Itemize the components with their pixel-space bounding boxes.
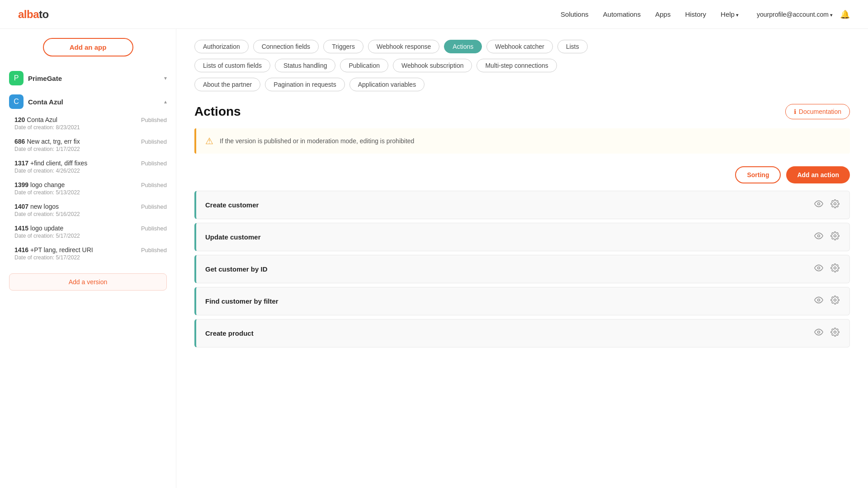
list-item[interactable]: Published 1416 +PT lang, redirect URI Da…: [0, 243, 176, 264]
table-row: Update customer: [194, 223, 850, 251]
tab-actions[interactable]: Actions: [444, 40, 482, 53]
svg-point-8: [818, 331, 820, 333]
documentation-button[interactable]: ℹ Documentation: [785, 104, 850, 119]
eye-icon[interactable]: [813, 198, 824, 211]
tab-row-2: Lists of custom fieldsStatus handlingPub…: [194, 59, 850, 72]
action-icons: [813, 198, 840, 211]
tab-webhook-catcher[interactable]: Webhook catcher: [486, 40, 553, 53]
version-number: 120: [14, 116, 25, 123]
action-icons: [813, 327, 840, 340]
tab-row-1: AuthorizationConnection fieldsTriggersWe…: [194, 40, 850, 53]
nav-history[interactable]: History: [685, 10, 706, 18]
nav-help[interactable]: Help: [721, 10, 739, 18]
app-layout: Add an app P PrimeGate ▾ C Conta Azul ▴ …: [0, 29, 868, 488]
svg-point-0: [818, 203, 820, 205]
tab-pagination-in-requests[interactable]: Pagination in requests: [265, 78, 345, 91]
action-name: Find customer by filter: [205, 297, 813, 305]
app-group-conta-azul: C Conta Azul ▴ Published 120 Conta Azul …: [0, 91, 176, 291]
version-status: Published: [141, 225, 167, 232]
add-app-button[interactable]: Add an app: [43, 38, 133, 56]
tab-publication[interactable]: Publication: [340, 59, 388, 72]
version-name: +PT lang, redirect URI: [30, 246, 93, 253]
list-item[interactable]: Published 120 Conta Azul Date of creatio…: [0, 113, 176, 134]
tab-authorization[interactable]: Authorization: [194, 40, 249, 53]
tab-triggers[interactable]: Triggers: [323, 40, 363, 53]
version-status: Published: [141, 138, 167, 145]
tab-multi-step-connections[interactable]: Multi-step connections: [476, 59, 557, 72]
list-item[interactable]: Published 1317 +find client, diff fixes …: [0, 156, 176, 178]
tab-connection-fields[interactable]: Connection fields: [253, 40, 319, 53]
list-item[interactable]: Published 1415 logo update Date of creat…: [0, 221, 176, 243]
warning-message: If the version is published or in modera…: [220, 137, 414, 145]
action-name: Get customer by ID: [205, 265, 813, 273]
version-date: Date of creation: 8/23/2021: [14, 124, 167, 131]
tab-about-the-partner[interactable]: About the partner: [194, 78, 260, 91]
nav-apps[interactable]: Apps: [655, 10, 670, 18]
version-status: Published: [141, 247, 167, 253]
main-nav: Solutions Automations Apps History Help: [561, 10, 739, 18]
tab-application-variables[interactable]: Application variables: [349, 78, 425, 91]
action-name: Create customer: [205, 201, 813, 209]
eye-icon[interactable]: [813, 295, 824, 308]
version-date: Date of creation: 5/17/2022: [14, 254, 167, 261]
add-action-button[interactable]: Add an action: [786, 166, 850, 183]
gear-icon[interactable]: [830, 327, 840, 340]
version-name: logo change: [30, 181, 65, 188]
svg-point-7: [834, 299, 836, 301]
version-name: New act, trg, err fix: [27, 138, 80, 145]
version-number: 1416: [14, 246, 28, 253]
svg-point-2: [818, 235, 820, 237]
version-date: Date of creation: 5/13/2022: [14, 189, 167, 196]
tab-webhook-subscription[interactable]: Webhook subscription: [393, 59, 472, 72]
user-email[interactable]: yourprofile@account.com: [757, 11, 833, 18]
logo[interactable]: albato: [18, 8, 49, 21]
version-number: 1399: [14, 181, 28, 188]
sidebar: Add an app P PrimeGate ▾ C Conta Azul ▴ …: [0, 29, 176, 488]
version-name: new logos: [30, 203, 59, 210]
bell-icon[interactable]: 🔔: [840, 9, 850, 19]
action-icons: [813, 230, 840, 244]
tab-webhook-response[interactable]: Webhook response: [368, 40, 439, 53]
version-date: Date of creation: 1/17/2022: [14, 146, 167, 152]
app-header-conta-azul[interactable]: C Conta Azul ▴: [0, 91, 176, 113]
tab-lists[interactable]: Lists: [557, 40, 588, 53]
version-status: Published: [141, 182, 167, 188]
list-item[interactable]: Published 686 New act, trg, err fix Date…: [0, 134, 176, 156]
header-right: yourprofile@account.com 🔔: [757, 9, 850, 19]
app-header-primegate[interactable]: P PrimeGate ▾: [0, 67, 176, 89]
eye-icon[interactable]: [813, 230, 824, 244]
gear-icon[interactable]: [830, 230, 840, 244]
nav-solutions[interactable]: Solutions: [561, 10, 589, 18]
version-name: logo update: [30, 225, 63, 232]
svg-point-3: [834, 235, 836, 237]
main-content: AuthorizationConnection fieldsTriggersWe…: [176, 29, 868, 488]
gear-icon[interactable]: [830, 295, 840, 308]
app-group-primegate: P PrimeGate ▾: [0, 67, 176, 89]
list-item[interactable]: Published 1399 logo change Date of creat…: [0, 178, 176, 199]
tab-lists-of-custom-fields[interactable]: Lists of custom fields: [194, 59, 270, 72]
version-date: Date of creation: 5/17/2022: [14, 233, 167, 239]
nav-automations[interactable]: Automations: [603, 10, 641, 18]
action-name: Create product: [205, 329, 813, 337]
eye-icon[interactable]: [813, 263, 824, 276]
table-row: Find customer by filter: [194, 287, 850, 315]
chevron-down-icon: ▾: [164, 75, 167, 81]
version-status: Published: [141, 160, 167, 167]
sorting-button[interactable]: Sorting: [735, 166, 781, 183]
version-number: 1407: [14, 203, 28, 210]
gear-icon[interactable]: [830, 198, 840, 211]
list-item[interactable]: Published 1407 new logos Date of creatio…: [0, 199, 176, 221]
tab-status-handling[interactable]: Status handling: [275, 59, 336, 72]
warning-banner: ⚠ If the version is published or in mode…: [194, 128, 850, 154]
header: albato Solutions Automations Apps Histor…: [0, 0, 868, 29]
app-icon-conta-azul: C: [9, 94, 24, 109]
action-name: Update customer: [205, 233, 813, 241]
table-row: Create customer: [194, 191, 850, 219]
version-status: Published: [141, 203, 167, 210]
table-row: Create product: [194, 319, 850, 347]
eye-icon[interactable]: [813, 327, 824, 340]
gear-icon[interactable]: [830, 263, 840, 276]
version-name: Conta Azul: [27, 116, 57, 123]
add-version-button[interactable]: Add a version: [9, 273, 167, 291]
action-icons: [813, 295, 840, 308]
